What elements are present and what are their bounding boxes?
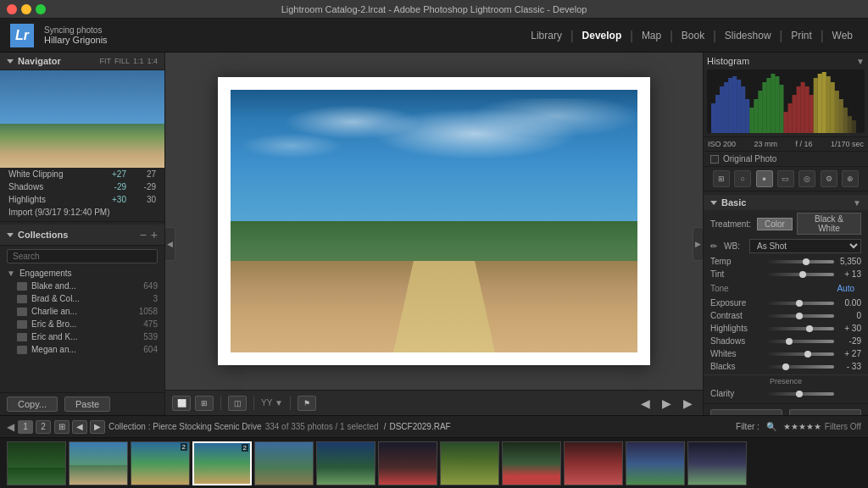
adjustment-brush-tool[interactable]: ● [756, 170, 773, 187]
color-btn[interactable]: Color [757, 218, 793, 230]
filmstrip-toggle-btn[interactable]: ◀ [7, 421, 14, 433]
eyedropper-icon[interactable]: ✏ [710, 241, 717, 251]
collections-plus[interactable]: + [151, 228, 158, 241]
highlights-slider[interactable] [765, 327, 834, 330]
collection-icon [17, 295, 27, 303]
right-panel-toggle[interactable]: ▶ [693, 227, 703, 261]
whites-slider[interactable] [765, 352, 834, 356]
histogram-section: Histogram ▼ [704, 53, 868, 137]
blacks-slider[interactable] [765, 365, 834, 369]
graduated-filter-tool[interactable]: ▭ [777, 170, 794, 187]
collection-blake[interactable]: Blake and... 649 [10, 280, 164, 292]
photo-main[interactable] [231, 90, 637, 352]
film-thumb-12[interactable] [687, 441, 747, 485]
wb-selector[interactable]: As Shot [749, 239, 861, 253]
grid-view-btn[interactable]: ⊞ [54, 420, 70, 434]
minimize-button[interactable] [21, 4, 31, 14]
collection-eric-k[interactable]: Eric and K... 539 [10, 330, 164, 343]
navigator-header[interactable]: Navigator FIT FILL 1:1 1:4 [0, 53, 164, 70]
collection-icon [17, 346, 27, 354]
film-thumb-3[interactable]: 2 [131, 441, 190, 485]
left-panel-toggle[interactable]: ◀ [165, 227, 175, 261]
settings-tool[interactable]: ⚙ [821, 170, 837, 187]
crop-tool[interactable]: ⊞ [713, 170, 730, 187]
nav-library[interactable]: Library [524, 26, 569, 45]
bw-btn[interactable]: Black & White [797, 213, 861, 235]
film-thumb-9[interactable] [502, 441, 561, 485]
fit-option-fill[interactable]: FILL [114, 57, 130, 65]
basic-section: Basic ▼ Treatment: Color Black & White ✏… [704, 191, 868, 404]
close-button[interactable] [7, 4, 17, 14]
shadows-slider[interactable] [765, 340, 834, 343]
original-photo-row: Original Photo [704, 152, 868, 167]
basic-collapse-icon [710, 201, 717, 205]
nav-develop[interactable]: Develop [576, 26, 629, 45]
next-photo-arrow[interactable]: ▶ [659, 396, 675, 410]
collections-minus[interactable]: − [140, 228, 147, 241]
film-thumb-8[interactable] [440, 441, 499, 485]
film-thumb-7[interactable] [378, 441, 437, 485]
fit-option-fit[interactable]: FIT [99, 57, 111, 65]
play-slideshow-btn[interactable]: ▶ [680, 396, 696, 410]
svg-rect-12 [762, 82, 766, 133]
collection-eric-bro[interactable]: Eric & Bro... 475 [10, 318, 164, 330]
blacks-slider-row: Blacks - 33 [704, 360, 868, 373]
basic-header[interactable]: Basic ▼ [704, 195, 868, 210]
collection-engagements[interactable]: ▼ Engagements [0, 267, 164, 280]
film-thumb-11[interactable] [626, 441, 685, 485]
heal-tool[interactable]: ○ [734, 170, 751, 187]
contrast-slider-row: Contrast 0 [704, 309, 868, 322]
nav-print[interactable]: Print [784, 26, 819, 45]
film-thumb-1[interactable] [7, 441, 66, 485]
fit-option-1-1[interactable]: 1:1 [133, 57, 144, 65]
collection-megan[interactable]: Megan an... 604 [10, 343, 164, 356]
filters-off[interactable]: Filters Off [825, 422, 861, 431]
exposure-slider[interactable] [765, 302, 834, 305]
nav-slideshow[interactable]: Slideshow [718, 26, 778, 45]
color-wheel-tool[interactable]: ⊕ [842, 170, 859, 187]
collection-brad[interactable]: Brad & Col... 3 [10, 292, 164, 305]
previous-button[interactable]: Previous [710, 409, 782, 415]
page-2-btn[interactable]: 2 [36, 420, 51, 434]
reset-button[interactable]: Reset [789, 409, 861, 415]
stars-filter[interactable]: ★★★★★ [783, 422, 821, 431]
navigator-thumbnail[interactable] [0, 70, 164, 168]
film-thumb-5[interactable] [254, 441, 314, 485]
filmstrip-toolbar: ◀ 1 2 ⊞ ◀ ▶ Collection : Pierce Stocking… [0, 416, 868, 438]
nav-right-btn[interactable]: ▶ [90, 420, 105, 434]
nav-web[interactable]: Web [826, 26, 860, 45]
collections-search[interactable] [7, 249, 158, 263]
film-thumb-2[interactable] [69, 441, 128, 485]
nav-left-btn[interactable]: ◀ [72, 420, 87, 434]
filter-search-icon[interactable]: 🔍 [766, 422, 776, 431]
temp-slider[interactable] [765, 260, 834, 263]
paste-button[interactable]: Paste [64, 396, 110, 412]
basic-options[interactable]: ▼ [853, 198, 861, 208]
prev-photo-arrow[interactable]: ◀ [637, 396, 654, 410]
auto-tone-btn[interactable]: Auto [830, 284, 861, 293]
maximize-button[interactable] [36, 4, 46, 14]
tint-slider[interactable] [765, 273, 834, 276]
collection-charlie[interactable]: Charlie an... 1058 [10, 305, 164, 318]
photo-canvas [165, 53, 703, 390]
page-1-btn[interactable]: 1 [18, 420, 33, 434]
radial-filter-tool[interactable]: ◎ [798, 170, 815, 187]
histogram-options[interactable]: ▼ [856, 57, 865, 66]
clarity-slider[interactable] [765, 392, 834, 396]
tone-header: Tone Auto [704, 280, 868, 297]
fit-option-1-4[interactable]: 1:4 [147, 57, 158, 65]
film-thumb-4[interactable]: 2 [192, 441, 252, 485]
copy-button[interactable]: Copy... [7, 396, 58, 412]
film-thumb-6[interactable] [316, 441, 376, 485]
nav-map[interactable]: Map [635, 26, 668, 45]
center-area: ⬜ ⊞ ◫ YY ▼ ⚑ ◀ ▶ ▶ [165, 53, 703, 415]
original-photo-checkbox[interactable] [710, 155, 719, 164]
film-thumb-10[interactable] [564, 441, 623, 485]
nav-book[interactable]: Book [675, 26, 711, 45]
contrast-slider[interactable] [765, 314, 834, 318]
flag-btn[interactable]: ⚑ [298, 396, 316, 411]
view-grid-btn[interactable]: ⊞ [195, 396, 214, 411]
collections-header[interactable]: Collections − + [0, 225, 164, 246]
view-compare-btn[interactable]: ◫ [228, 396, 247, 411]
view-single-btn[interactable]: ⬜ [172, 396, 191, 411]
